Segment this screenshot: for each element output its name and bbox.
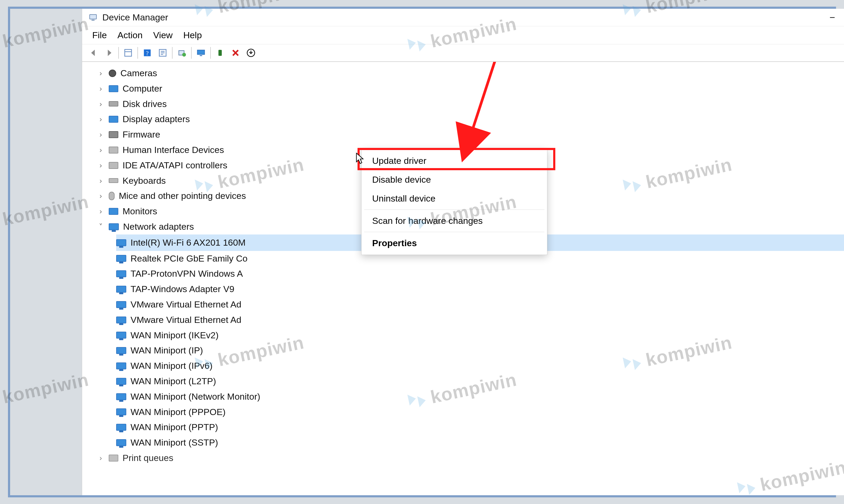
device-item[interactable]: WAN Miniport (Network Monitor) [116,389,844,404]
context-menu-scan-hardware[interactable]: Scan for hardware changes [362,211,547,230]
network-adapter-icon [116,362,126,370]
screenshot-frame: Device Manager File Action View Help ? [8,7,836,497]
device-item[interactable]: TAP-ProtonVPN Windows A [116,266,844,282]
category-label: Mice and other pointing devices [119,188,246,204]
device-label: WAN Miniport (PPTP) [131,419,218,435]
category-label: Keyboards [123,173,166,188]
network-adapter-icon [116,393,126,400]
context-menu-uninstall-device[interactable]: Uninstall device [362,189,547,208]
device-label: WAN Miniport (IP) [131,343,203,358]
network-adapter-icon [116,317,126,323]
menu-action[interactable]: Action [114,29,147,41]
disable-device-icon[interactable] [228,46,243,60]
forward-arrow-icon[interactable] [101,46,117,60]
device-item[interactable]: VMware Virtual Ethernet Ad [116,312,844,328]
menu-help[interactable]: Help [179,29,206,41]
expand-caret-icon[interactable] [97,98,104,110]
tree-category[interactable]: Display adapters [97,111,844,127]
network-adapter-icon [116,286,126,293]
category-label: Disk drives [123,96,167,112]
category-label: Human Interface Devices [123,142,224,158]
expand-caret-icon[interactable] [97,128,104,141]
properties-icon[interactable] [155,46,170,60]
toolbar-separator [191,47,192,59]
network-adapter-icon [116,239,126,246]
device-item[interactable]: WAN Miniport (L2TP) [116,374,844,389]
device-item[interactable]: WAN Miniport (SSTP) [116,435,844,450]
device-label: WAN Miniport (IKEv2) [131,328,219,343]
update-driver-icon[interactable] [174,46,190,60]
toolbar-separator [118,47,119,59]
svg-rect-17 [200,55,202,56]
device-label: WAN Miniport (SSTP) [131,435,218,450]
minimize-button[interactable] [818,9,844,26]
device-item[interactable]: WAN Miniport (IP) [116,343,844,358]
tree-category[interactable]: Disk drives [97,96,844,112]
expand-caret-icon[interactable] [97,82,104,95]
keyboard-icon [109,178,118,183]
help-icon[interactable]: ? [140,46,155,60]
network-adapter-icon [116,255,126,262]
device-item[interactable]: WAN Miniport (IKEv2) [116,328,844,343]
context-menu-separator [364,210,545,210]
device-label: TAP-ProtonVPN Windows A [131,266,243,282]
back-arrow-icon[interactable] [86,46,101,60]
ide-icon [109,162,118,169]
camera-icon [109,70,116,77]
disk-icon [109,101,118,107]
tree-category[interactable]: Firmware [97,127,844,142]
enable-device-icon[interactable] [212,46,228,60]
context-menu: Update driver Disable device Uninstall d… [361,149,547,255]
category-label: Computer [123,81,162,96]
network-adapter-icon [116,270,126,277]
monitor-icon[interactable] [193,46,209,60]
device-item[interactable]: TAP-Windows Adapter V9 [116,282,844,297]
expand-caret-icon[interactable] [97,175,104,187]
toolbar: ? [82,44,844,62]
device-item[interactable]: WAN Miniport (IPv6) [116,358,844,374]
network-adapter-icon [116,347,126,354]
context-menu-disable-device[interactable]: Disable device [362,170,547,189]
tree-category[interactable]: Print queues [97,450,844,466]
toolbar-separator [172,47,173,59]
collapse-caret-icon[interactable] [97,220,104,233]
menu-file[interactable]: File [88,29,110,41]
show-hide-tree-icon[interactable] [120,46,136,60]
device-tree: Cameras Computer Disk drives Display ada… [82,62,844,469]
expand-caret-icon[interactable] [97,67,104,80]
uninstall-device-icon[interactable] [243,46,259,60]
titlebar: Device Manager [82,9,844,26]
monitor-icon [109,208,118,215]
device-item[interactable]: VMware Virtual Ethernet Ad [116,297,844,312]
device-label: TAP-Windows Adapter V9 [131,282,235,297]
expand-caret-icon[interactable] [97,190,104,202]
window-controls [818,9,844,26]
display-adapter-icon [109,116,118,123]
device-item[interactable]: WAN Miniport (PPPOE) [116,404,844,420]
device-label: WAN Miniport (Network Monitor) [131,389,260,404]
expand-caret-icon[interactable] [97,452,104,465]
svg-rect-18 [219,50,222,56]
device-label: WAN Miniport (PPPOE) [131,404,226,420]
network-adapters-children: Intel(R) Wi-Fi 6 AX201 160M Realtek PCIe… [97,234,844,450]
expand-caret-icon[interactable] [97,144,104,157]
expand-caret-icon[interactable] [97,113,104,126]
tree-category[interactable]: Cameras [97,66,844,81]
device-manager-icon [88,13,98,22]
category-label: IDE ATA/ATAPI controllers [123,158,227,173]
network-adapter-icon [116,332,126,339]
svg-point-15 [182,53,186,57]
expand-caret-icon[interactable] [97,205,104,218]
network-adapter-icon [116,378,126,385]
toolbar-separator [210,47,211,59]
menu-view[interactable]: View [150,29,176,41]
tree-category[interactable]: Computer [97,81,844,96]
network-adapter-icon [116,409,126,415]
context-menu-update-driver[interactable]: Update driver [362,151,547,170]
svg-rect-0 [90,14,97,19]
context-menu-properties[interactable]: Properties [362,234,547,253]
device-label: VMware Virtual Ethernet Ad [131,297,241,312]
expand-caret-icon[interactable] [97,159,104,172]
device-label: WAN Miniport (L2TP) [131,374,216,389]
device-item[interactable]: WAN Miniport (PPTP) [116,419,844,435]
